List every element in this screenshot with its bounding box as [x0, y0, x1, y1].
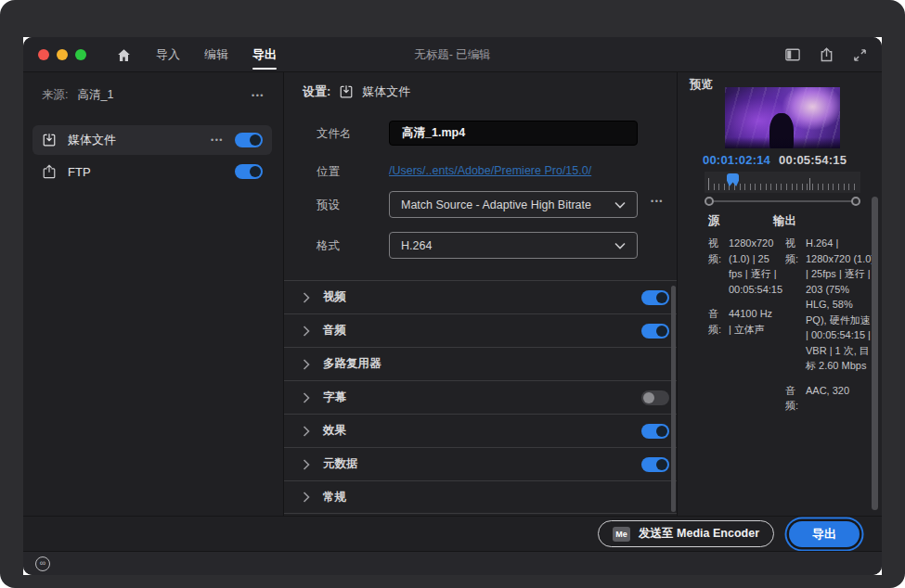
output-header: 输出: [773, 213, 796, 229]
section-label: 字幕: [323, 390, 346, 405]
filename-input[interactable]: [389, 121, 638, 146]
chevron-right-icon: [303, 426, 310, 437]
home-icon[interactable]: [116, 47, 132, 63]
section-video[interactable]: 视频: [284, 280, 677, 313]
preview-title: 预览: [690, 77, 713, 93]
sidebar-item-ftp[interactable]: FTP: [32, 157, 272, 186]
settings-sections: 视频 音频 多路复用器 字幕: [284, 280, 677, 514]
media-file-toggle[interactable]: [235, 133, 263, 147]
format-label: 格式: [317, 238, 340, 254]
status-bar: ∞: [23, 551, 882, 575]
chevron-right-icon: [303, 392, 310, 403]
screen: 导入 编辑 导出 无标题- 已编辑 来源: [0, 0, 905, 588]
section-metadata[interactable]: 元数据: [284, 447, 677, 480]
timeline-tick-major: [809, 178, 810, 190]
timecodes: 00:01:02:14 00:05:54:15: [703, 153, 847, 167]
chevron-right-icon: [303, 326, 310, 337]
video-label: 视频:: [708, 236, 724, 297]
section-label: 音频: [323, 323, 346, 339]
preset-label: 预设: [317, 198, 340, 213]
section-label: 元数据: [323, 456, 358, 472]
media-encoder-icon: Me: [613, 527, 630, 542]
settings-label: 设置:: [303, 83, 330, 100]
minimize-window-button[interactable]: [57, 49, 68, 60]
range-in-handle[interactable]: [705, 197, 714, 206]
mini-timeline[interactable]: [705, 172, 860, 193]
header-nav: 导入 编辑 导出: [116, 37, 277, 72]
filename-label: 文件名: [317, 126, 352, 142]
dialog-body: 来源: 高清_1 ••• 媒体文件 ••• FTP: [23, 72, 882, 516]
metadata-toggle[interactable]: [641, 457, 669, 472]
sidebar-item-media-file[interactable]: 媒体文件 •••: [32, 125, 272, 155]
section-audio[interactable]: 音频: [284, 313, 677, 347]
section-label: 视频: [323, 289, 346, 305]
tab-edit[interactable]: 编辑: [204, 37, 228, 72]
titlebar-actions: [785, 37, 867, 72]
footer-bar: Me 发送至 Media Encoder 导出: [23, 516, 882, 551]
format-select[interactable]: H.264: [389, 232, 638, 259]
send-button-label: 发送至 Media Encoder: [639, 526, 759, 542]
settings-scrollbar[interactable]: [671, 286, 676, 512]
share-icon[interactable]: [820, 47, 834, 62]
source-audio-pair: 音频: 44100 Hz | 立体声: [708, 306, 777, 337]
audio-label: 音频:: [785, 383, 801, 414]
fullscreen-icon[interactable]: [853, 48, 867, 62]
section-captions[interactable]: 字幕: [284, 380, 677, 414]
media-file-more-icon[interactable]: •••: [211, 135, 224, 145]
download-icon: [42, 133, 57, 147]
ftp-toggle[interactable]: [235, 164, 263, 179]
output-video-pair: 视频: H.264 | 1280x720 (1.0) | 25fps | 逐行 …: [785, 236, 874, 374]
titlebar: 导入 编辑 导出 无标题- 已编辑: [23, 37, 882, 72]
output-details: 视频: H.264 | 1280x720 (1.0) | 25fps | 逐行 …: [785, 236, 874, 423]
preview-panel: 预览 00:01:02:14 00:05:54:15: [678, 72, 882, 516]
upload-icon: [42, 164, 57, 179]
captions-toggle[interactable]: [641, 390, 669, 405]
video-toggle[interactable]: [641, 290, 669, 305]
chevron-right-icon: [303, 359, 310, 370]
source-header: 源: [708, 213, 720, 229]
export-button[interactable]: 导出: [789, 521, 860, 547]
send-to-media-encoder-button[interactable]: Me 发送至 Media Encoder: [598, 520, 774, 547]
chevron-right-icon: [303, 492, 310, 503]
settings-target: 媒体文件: [362, 83, 410, 100]
preset-select[interactable]: Match Source - Adaptive High Bitrate: [389, 191, 638, 218]
workspace-panel-icon[interactable]: [785, 48, 800, 61]
close-window-button[interactable]: [38, 49, 49, 60]
audio-label: 音频:: [708, 306, 724, 337]
preset-more-icon[interactable]: •••: [651, 197, 664, 206]
output-video-value: H.264 | 1280x720 (1.0) | 25fps | 逐行 | 20…: [806, 236, 874, 374]
zoom-window-button[interactable]: [75, 49, 86, 60]
section-general[interactable]: 常规: [284, 480, 677, 514]
audio-toggle[interactable]: [641, 324, 669, 339]
settings-header: 设置: 媒体文件: [303, 83, 410, 100]
current-timecode: 00:01:02:14: [703, 153, 770, 167]
sidebar-item-label: 媒体文件: [68, 132, 116, 148]
sidebar-item-label: FTP: [68, 165, 91, 179]
traffic-lights: [38, 49, 86, 60]
video-thumbnail: [725, 87, 840, 148]
range-out-handle[interactable]: [851, 197, 860, 206]
chevron-down-icon: [614, 242, 626, 249]
document-title: 无标题- 已编辑: [414, 37, 491, 72]
effects-toggle[interactable]: [641, 424, 669, 439]
creative-cloud-icon[interactable]: ∞: [35, 556, 50, 571]
source-more-icon[interactable]: •••: [252, 91, 265, 100]
section-label: 常规: [323, 490, 346, 505]
chevron-right-icon: [303, 292, 310, 303]
destinations-sidebar: 来源: 高清_1 ••• 媒体文件 ••• FTP: [23, 72, 283, 516]
location-link[interactable]: /Users/..ents/Adobe/Premiere Pro/15.0/: [389, 164, 591, 177]
output-audio-pair: 音频: AAC, 320: [785, 383, 874, 414]
range-slider[interactable]: [705, 195, 860, 208]
download-icon: [339, 84, 354, 99]
source-audio-value: 44100 Hz | 立体声: [729, 306, 777, 337]
tab-export[interactable]: 导出: [252, 37, 277, 72]
source-video-value: 1280x720 (1.0) | 25 fps | 逐行 | 00:05:54:…: [729, 236, 782, 297]
tab-import[interactable]: 导入: [156, 37, 180, 72]
source-video-pair: 视频: 1280x720 (1.0) | 25 fps | 逐行 | 00:05…: [708, 236, 777, 297]
section-effects[interactable]: 效果: [284, 414, 677, 447]
preview-scrollbar[interactable]: [872, 197, 878, 510]
source-row: 来源: 高清_1 •••: [42, 87, 265, 103]
location-label: 位置: [317, 164, 340, 180]
section-multiplexer[interactable]: 多路复用器: [284, 347, 677, 380]
source-value: 高清_1: [77, 87, 113, 103]
